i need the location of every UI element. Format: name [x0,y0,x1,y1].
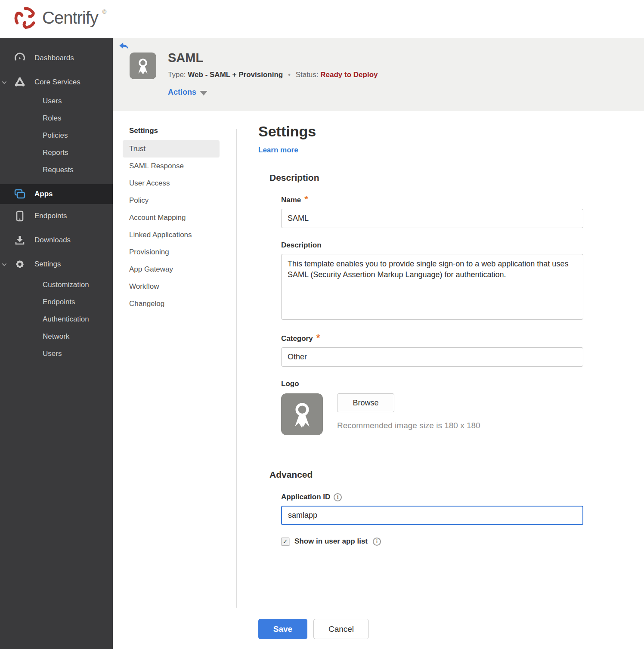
actions-dropdown[interactable]: Actions [168,88,207,97]
description-label: Description [281,241,585,250]
brand-name: Centrify [42,5,98,30]
sidebar-item-policies[interactable]: Policies [0,127,113,144]
required-marker: * [304,197,308,201]
learn-more-link[interactable]: Learn more [258,146,298,155]
sidebar-item-core-services[interactable]: Core Services [0,72,113,93]
cancel-button[interactable]: Cancel [313,619,369,639]
sidebar-item-authentication[interactable]: Authentication [0,311,113,328]
show-in-app-list-checkbox[interactable]: ✓ [281,538,289,546]
info-icon[interactable]: i [373,538,381,546]
sidebar-item-network[interactable]: Network [0,328,113,345]
sidebar-item-roles[interactable]: Roles [0,110,113,127]
subnav-item-trust[interactable]: Trust [123,140,220,158]
type-label: Type: [168,71,186,79]
sidebar-item-apps[interactable]: Apps [0,184,113,204]
sidebar-item-users[interactable]: Users [0,93,113,110]
logo-label: Logo [281,380,585,388]
description-label-text: Description [281,241,322,250]
subnav-item-account-mapping[interactable]: Account Mapping [123,209,220,226]
dashboard-gauge-icon [14,53,25,64]
sidebar-item-requests[interactable]: Requests [0,161,113,179]
sidebar-item-downloads[interactable]: Downloads [0,228,113,252]
status-badge: Ready to Deploy [320,71,378,79]
sidebar-item-settings[interactable]: Settings [0,252,113,276]
subnav-item-app-gateway[interactable]: App Gateway [123,261,220,278]
subnav-heading: Settings [123,127,220,135]
actions-label: Actions [168,88,196,97]
sidebar-item-label: Apps [34,190,53,198]
sidebar-item-customization[interactable]: Customization [0,276,113,294]
name-input[interactable] [281,209,583,228]
sidebar-item-label: Dashboards [34,54,74,62]
application-id-label: Application ID [281,493,330,501]
logo-row: Browse Recommended image size is 180 x 1… [281,393,585,435]
subnav-item-linked-applications[interactable]: Linked Applications [123,226,220,244]
app-header: SAML Type: Web - SAML + Provisioning • S… [113,38,644,111]
subnav-item-provisioning[interactable]: Provisioning [123,244,220,261]
sidebar-item-label: Downloads [34,236,71,244]
browse-button[interactable]: Browse [337,393,394,412]
status-label: Status: [296,71,319,79]
sidebar-item-dashboards[interactable]: Dashboards [0,48,113,68]
description-textarea[interactable]: This template enables you to provide sin… [281,254,583,320]
sidebar-item-endpoints-settings[interactable]: Endpoints [0,294,113,311]
advanced-section-heading: Advanced [269,470,585,480]
app-meta-line: Type: Web - SAML + Provisioning • Status… [168,71,378,79]
separator-dot: • [288,71,291,79]
app-logo-preview [281,393,323,435]
download-icon [14,235,25,246]
centrify-swirl-icon [13,5,38,32]
content-area: Settings Trust SAML Response User Access… [113,111,644,649]
core-services-icon [14,77,25,88]
mobile-device-icon [14,210,25,222]
subnav-item-policy[interactable]: Policy [123,192,220,209]
apps-icon [14,189,25,200]
app-subnav: Settings Trust SAML Response User Access… [123,127,220,312]
settings-form: Settings Learn more Description Name * D… [258,111,585,546]
back-arrow-icon[interactable] [119,41,129,51]
subnav-item-changelog[interactable]: Changelog [123,295,220,312]
type-value: Web - SAML + Provisioning [188,71,283,79]
save-button[interactable]: Save [258,619,307,639]
sidebar-nav: Dashboards Core Services Users Roles Pol… [0,38,113,649]
subnav-item-workflow[interactable]: Workflow [123,278,220,295]
gear-icon [14,259,25,270]
category-input[interactable] [281,347,583,367]
ribbon-award-icon [133,56,152,75]
required-marker: * [316,336,320,340]
app-title: SAML [168,51,203,65]
registered-mark: ® [102,9,107,15]
caret-down-icon [200,91,207,96]
ribbon-award-icon [287,399,317,430]
info-icon[interactable]: i [334,493,342,501]
form-footer: Save Cancel [258,619,369,639]
centrify-logo: Centrify ® [13,5,106,32]
name-label: Name [281,196,301,204]
name-label-row: Name * [281,196,585,204]
app-tile-logo [130,53,156,79]
category-label-row: Category * [281,334,585,343]
application-id-input[interactable] [281,506,583,525]
sidebar-item-endpoints[interactable]: Endpoints [0,204,113,228]
sidebar-item-label: Core Services [34,78,80,87]
top-brand-bar: Centrify ® [0,0,644,38]
category-label: Category [281,334,313,343]
application-id-label-row: Application ID i [281,493,585,501]
show-in-app-list-label: Show in user app list [294,537,368,546]
subnav-item-user-access[interactable]: User Access [123,175,220,192]
page-title: Settings [258,123,585,140]
chevron-down-icon[interactable] [1,261,7,267]
sidebar-item-users-settings[interactable]: Users [0,345,113,362]
sidebar-item-label: Settings [34,260,61,269]
show-in-app-list-row: ✓ Show in user app list i [281,537,585,546]
logo-size-hint: Recommended image size is 180 x 180 [337,421,480,430]
chevron-down-icon[interactable] [1,79,7,85]
sidebar-item-label: Endpoints [34,212,67,220]
logo-label-text: Logo [281,380,299,388]
vertical-divider [236,129,237,608]
subnav-item-saml-response[interactable]: SAML Response [123,158,220,175]
description-section-heading: Description [269,173,585,183]
page: Centrify ® Dashboards [0,0,644,649]
sidebar-item-reports[interactable]: Reports [0,144,113,161]
